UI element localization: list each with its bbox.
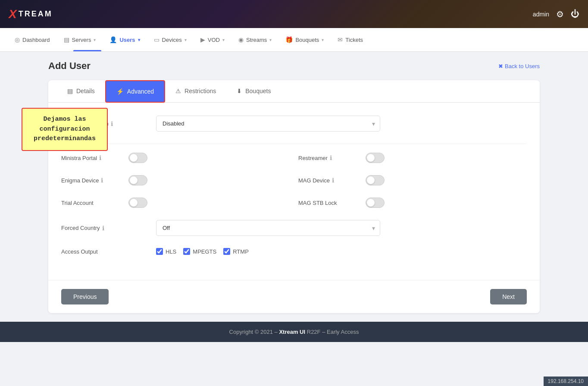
nav-vod-label: VOD: [208, 37, 220, 43]
main-content: Add User ✖ Back to Users ▤ Details ⚡ Adv…: [35, 52, 553, 322]
previous-button[interactable]: Previous: [61, 289, 109, 304]
footer-copyright: Copyright © 2021 –: [229, 329, 278, 335]
tab-advanced[interactable]: ⚡ Advanced: [105, 80, 165, 103]
mag-stb-lock-toggle[interactable]: [366, 198, 385, 208]
users-arrow: ▾: [138, 38, 140, 42]
hls-checkbox[interactable]: [156, 248, 163, 255]
mpegts-label: MPEGTS: [193, 248, 216, 255]
bouquets-icon: 🎁: [285, 36, 293, 43]
navigation: ◎ Dashboard ▤ Servers ▾ 👤 Users ▾ ▭ Devi…: [0, 28, 588, 52]
restreamer-toggle-wrapper: [366, 153, 385, 163]
enigma-group: Enigma Device ℹ: [61, 175, 290, 185]
tickets-icon: ✉: [338, 36, 343, 43]
mag-device-info-icon[interactable]: ℹ: [332, 177, 334, 184]
footer-appname: Xtream UI: [279, 329, 305, 335]
nav-streams[interactable]: ◉ Streams ▾: [232, 33, 278, 47]
ip-badge: 192.168.254.10: [544, 377, 588, 386]
settings-icon[interactable]: ⚙: [556, 9, 564, 19]
forced-country-select-wrapper: Off US UK DE FR ▾: [156, 220, 380, 236]
hls-checkbox-item[interactable]: HLS: [156, 248, 176, 255]
nav-bouquets[interactable]: 🎁 Bouquets ▾: [279, 33, 330, 47]
nav-dashboard[interactable]: ◎ Dashboard: [9, 33, 56, 47]
dashboard-icon: ◎: [15, 36, 20, 43]
forced-country-select[interactable]: Off US UK DE FR: [156, 220, 380, 236]
forced-connection-select[interactable]: Disabled Enabled: [156, 116, 380, 132]
tab-details[interactable]: ▤ Details: [57, 80, 105, 103]
mpegts-checkbox[interactable]: [183, 248, 190, 255]
nav-servers[interactable]: ▤ Servers ▾: [58, 33, 102, 47]
rtmp-checkbox[interactable]: [223, 248, 230, 255]
annotation-box: Dejamos las configuracion predeterminand…: [22, 108, 108, 151]
tab-advanced-label: Advanced: [127, 88, 154, 95]
form-footer: Previous Next: [48, 280, 540, 313]
page-footer: Copyright © 2021 – Xtream UI R22F – Earl…: [0, 322, 588, 342]
rtmp-checkbox-item[interactable]: RTMP: [223, 248, 249, 255]
forced-country-text: Forced Country: [61, 225, 100, 231]
nav-bouquets-label: Bouquets: [295, 37, 319, 43]
admin-label: admin: [533, 11, 549, 18]
advanced-tab-icon: ⚡: [116, 88, 124, 95]
access-output-row: Access Output HLS MPEGTS RTMP: [61, 248, 527, 255]
streams-arrow: ▾: [269, 38, 272, 42]
nav-vod[interactable]: ▶ VOD ▾: [194, 33, 231, 47]
users-icon: 👤: [109, 36, 117, 43]
rtmp-label: RTMP: [233, 248, 249, 255]
mag-device-group: MAG Device ℹ: [298, 175, 527, 185]
enigma-device-toggle[interactable]: [128, 175, 147, 185]
ministra-toggle-wrapper: [128, 153, 147, 163]
nav-users[interactable]: 👤 Users ▾: [103, 33, 146, 47]
trial-account-toggle[interactable]: [128, 198, 147, 208]
forced-connection-info[interactable]: ℹ: [111, 120, 113, 127]
vod-arrow: ▾: [222, 38, 225, 42]
ministra-info-icon[interactable]: ℹ: [99, 154, 101, 161]
form-body: Forced Connection ℹ Disabled Enabled ▾: [48, 103, 540, 280]
servers-icon: ▤: [64, 36, 69, 43]
forced-country-info[interactable]: ℹ: [102, 225, 104, 232]
enigma-info-icon[interactable]: ℹ: [101, 177, 103, 184]
power-icon[interactable]: ⏻: [571, 9, 579, 19]
nav-dashboard-label: Dashboard: [22, 37, 50, 43]
hls-label: HLS: [166, 248, 176, 255]
form-tabs: ▤ Details ⚡ Advanced ⚠ Restrictions ⬇ Bo…: [48, 80, 540, 103]
enigma-mag-row: Enigma Device ℹ MAG Device ℹ: [61, 175, 527, 185]
header: X TREAM admin ⚙ ⏻: [0, 0, 588, 28]
restreamer-label: Restreamer ℹ: [298, 154, 359, 161]
mag-device-text: MAG Device: [298, 177, 330, 184]
details-tab-icon: ▤: [67, 88, 73, 94]
restreamer-toggle[interactable]: [366, 153, 385, 163]
vod-icon: ▶: [200, 36, 205, 43]
mag-device-toggle[interactable]: [366, 175, 385, 185]
nav-active-indicator: [73, 50, 101, 51]
tab-bouquets-label: Bouquets: [245, 88, 271, 94]
mpegts-checkbox-item[interactable]: MPEGTS: [183, 248, 216, 255]
restreamer-text: Restreamer: [298, 155, 328, 161]
nav-streams-label: Streams: [246, 37, 267, 43]
trial-magsbt-row: Trial Account MAG STB Lock: [61, 198, 527, 208]
ministra-text: Ministra Portal: [61, 155, 97, 161]
trial-account-label: Trial Account: [61, 200, 122, 206]
access-output-label: Access Output: [61, 248, 147, 255]
trial-toggle-wrapper: [128, 198, 147, 208]
ministra-toggle[interactable]: [128, 153, 147, 163]
page-header: Add User ✖ Back to Users: [48, 60, 540, 72]
mag-stb-group: MAG STB Lock: [298, 198, 527, 208]
annotation-text: Dejamos las configuracion predeterminand…: [34, 116, 96, 142]
mag-device-label: MAG Device ℹ: [298, 177, 359, 184]
tab-restrictions[interactable]: ⚠ Restrictions: [165, 80, 226, 103]
access-output-checkboxes: HLS MPEGTS RTMP: [156, 248, 249, 255]
servers-arrow: ▾: [94, 38, 96, 42]
back-to-users-link[interactable]: ✖ Back to Users: [498, 63, 540, 69]
form-card: ▤ Details ⚡ Advanced ⚠ Restrictions ⬇ Bo…: [48, 80, 540, 313]
streams-icon: ◉: [238, 36, 244, 43]
nav-tickets[interactable]: ✉ Tickets: [332, 33, 369, 47]
logo: X TREAM: [9, 7, 53, 21]
next-button[interactable]: Next: [490, 289, 527, 304]
nav-devices[interactable]: ▭ Devices ▾: [148, 33, 193, 47]
tab-bouquets[interactable]: ⬇ Bouquets: [226, 80, 281, 103]
section-divider-1: [61, 144, 527, 144]
access-output-text: Access Output: [61, 248, 98, 255]
nav-devices-label: Devices: [162, 37, 182, 43]
enigma-toggle-wrapper: [128, 175, 147, 185]
header-right: admin ⚙ ⏻: [533, 9, 579, 19]
restreamer-info-icon[interactable]: ℹ: [330, 154, 332, 161]
